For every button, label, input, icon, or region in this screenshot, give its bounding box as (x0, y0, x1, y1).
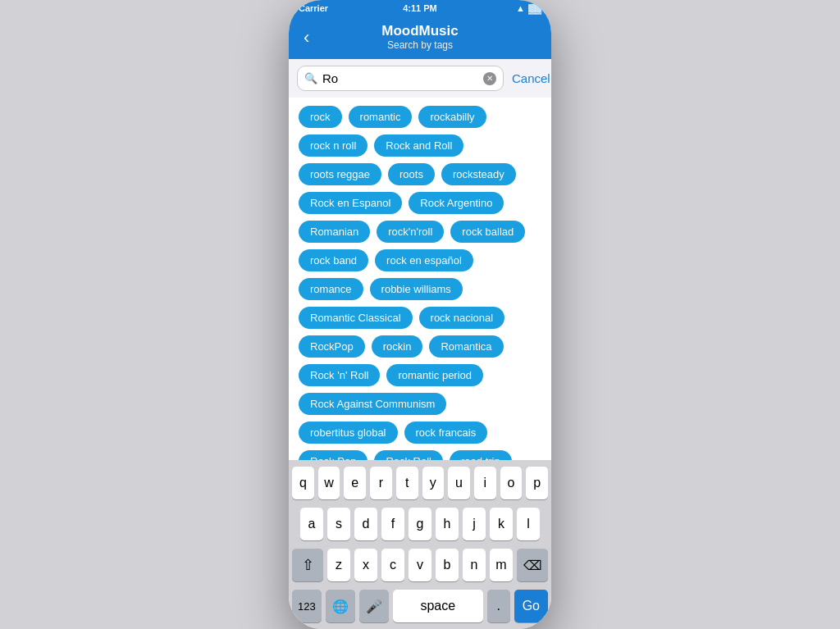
time-label: 4:11 PM (403, 3, 437, 13)
search-bar: 🔍 ✕ Cancel (289, 59, 551, 98)
key-r[interactable]: r (370, 467, 392, 499)
key-g[interactable]: g (409, 508, 431, 540)
tag-item[interactable]: Romantic Classical (299, 307, 413, 329)
key-c[interactable]: c (381, 549, 404, 581)
clear-button[interactable]: ✕ (483, 72, 496, 85)
key-o[interactable]: o (500, 467, 523, 499)
kb-row-3: ⇧ zxcvbnm ⌫ (292, 549, 548, 581)
tag-item[interactable]: road trip (450, 450, 512, 460)
go-label: Go (523, 599, 540, 613)
key-h[interactable]: h (436, 508, 459, 540)
key-k[interactable]: k (490, 508, 513, 540)
delete-key[interactable]: ⌫ (517, 549, 548, 581)
shift-icon: ⇧ (302, 556, 314, 574)
key-s[interactable]: s (327, 508, 350, 540)
tag-item[interactable]: rock en español (375, 249, 473, 271)
key-y[interactable]: y (422, 467, 445, 499)
key-a[interactable]: a (300, 508, 323, 540)
tag-item[interactable]: rocksteady (441, 163, 516, 185)
tag-item[interactable]: roots (388, 163, 435, 185)
key-w[interactable]: w (318, 467, 340, 499)
tags-container: rockromanticrockabillyrock n rollRock an… (299, 106, 541, 460)
shift-key[interactable]: ⇧ (292, 549, 323, 581)
tag-item[interactable]: rock band (299, 249, 368, 271)
tag-item[interactable]: rock ballad (450, 221, 525, 243)
kb-row-bottom: 123 🌐 🎤 space . Go (292, 590, 548, 622)
key-l[interactable]: l (517, 508, 540, 540)
key-e[interactable]: e (344, 467, 366, 499)
tag-item[interactable]: rock nacional (419, 307, 505, 329)
key-t[interactable]: t (396, 467, 418, 499)
key-x[interactable]: x (354, 549, 377, 581)
numbers-key[interactable]: 123 (292, 590, 322, 622)
key-j[interactable]: j (463, 508, 486, 540)
globe-key[interactable]: 🌐 (326, 590, 355, 622)
tag-item[interactable]: romantic period (386, 364, 483, 386)
mic-key[interactable]: 🎤 (359, 590, 389, 622)
phone-container: Carrier 4:11 PM ▲ ▓▓ ‹ MoodMusic Search … (289, 0, 551, 629)
carrier-label: Carrier (299, 3, 328, 13)
tag-item[interactable]: roots reggae (299, 163, 381, 185)
tag-item[interactable]: rock francais (404, 422, 488, 444)
key-v[interactable]: v (409, 549, 431, 581)
status-icons: ▲ ▓▓ (516, 3, 541, 13)
key-u[interactable]: u (448, 467, 470, 499)
wifi-icon: ▲ (516, 3, 525, 13)
status-bar: Carrier 4:11 PM ▲ ▓▓ (289, 0, 551, 16)
key-f[interactable]: f (381, 508, 404, 540)
space-label: space (420, 599, 455, 613)
key-p[interactable]: p (526, 467, 548, 499)
key-q[interactable]: q (292, 467, 314, 499)
nav-bar: ‹ MoodMusic Search by tags (289, 16, 551, 59)
numbers-label: 123 (298, 600, 316, 613)
cancel-button[interactable]: Cancel (510, 71, 551, 85)
key-i[interactable]: i (474, 467, 496, 499)
tag-item[interactable]: Rock 'n' Roll (299, 364, 380, 386)
tag-item[interactable]: romance (299, 278, 363, 300)
tag-item[interactable]: Rock Pop (299, 450, 368, 460)
tag-item[interactable]: Romantica (429, 335, 503, 358)
tag-item[interactable]: romantic (349, 106, 413, 128)
dot-key[interactable]: . (487, 590, 510, 622)
tag-item[interactable]: rock (299, 106, 342, 128)
mic-icon: 🎤 (366, 599, 382, 614)
go-key[interactable]: Go (514, 590, 548, 622)
keyboard: qwertyuiop asdfghjkl ⇧ zxcvbnm ⌫ 123 🌐 🎤… (289, 460, 551, 629)
kb-row-1: qwertyuiop (292, 467, 548, 499)
globe-icon: 🌐 (332, 599, 349, 614)
key-n[interactable]: n (463, 549, 486, 581)
delete-icon: ⌫ (523, 558, 542, 573)
key-d[interactable]: d (354, 508, 377, 540)
tag-item[interactable]: Rock en Espanol (299, 192, 402, 214)
tag-item[interactable]: Rock Argentino (409, 192, 504, 214)
key-b[interactable]: b (436, 549, 459, 581)
nav-subtitle: Search by tags (387, 39, 453, 51)
search-input[interactable] (322, 71, 478, 85)
search-input-container: 🔍 ✕ (297, 66, 504, 91)
tag-item[interactable]: rock n roll (299, 134, 368, 157)
battery-icon: ▓▓ (528, 3, 541, 13)
tag-item[interactable]: robbie williams (370, 278, 463, 300)
tag-item[interactable]: Rock Roll (374, 450, 443, 460)
tag-item[interactable]: Romanian (299, 221, 370, 243)
key-m[interactable]: m (490, 549, 513, 581)
tag-item[interactable]: rockin (372, 335, 423, 358)
tag-item[interactable]: RockPop (299, 335, 365, 358)
key-z[interactable]: z (327, 549, 350, 581)
tag-item[interactable]: rockabilly (418, 106, 486, 128)
tag-item[interactable]: Rock Against Communism (299, 393, 446, 415)
tag-item[interactable]: rock'n'roll (377, 221, 444, 243)
tag-item[interactable]: robertitus global (299, 422, 398, 444)
tags-area: rockromanticrockabillyrock n rollRock an… (289, 98, 551, 460)
back-button[interactable]: ‹ (300, 24, 313, 52)
nav-title: MoodMusic (381, 23, 459, 39)
dot-label: . (497, 599, 500, 613)
kb-row-2: asdfghjkl (292, 508, 548, 540)
search-icon: 🔍 (304, 72, 317, 84)
tag-item[interactable]: Rock and Roll (374, 134, 463, 157)
space-key[interactable]: space (393, 590, 483, 622)
